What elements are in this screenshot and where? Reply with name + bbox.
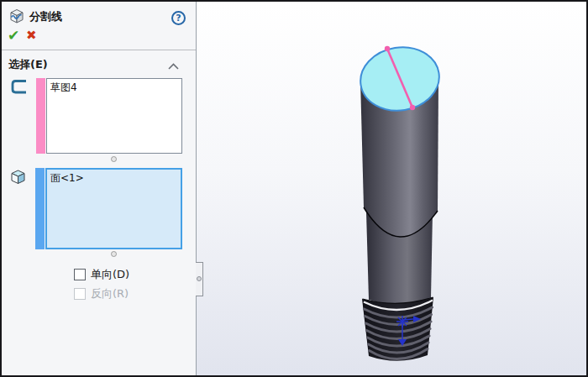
help-icon[interactable]: ? [171, 11, 186, 25]
open-contour-icon [9, 77, 28, 96]
single-direction-checkbox[interactable] [74, 269, 86, 280]
listbox-resize-handle[interactable] [111, 156, 117, 162]
sketch-selection-listbox[interactable]: 草图4 [46, 78, 182, 154]
list-item[interactable]: 草图4 [50, 81, 178, 95]
page-title: 分割线 [29, 9, 62, 24]
reverse-direction-checkbox [74, 288, 86, 300]
threaded-section[interactable] [362, 297, 433, 361]
graphics-viewport[interactable] [197, 2, 586, 375]
single-direction-option[interactable]: 单向(D) [74, 268, 129, 281]
property-manager-panel: 分割线 ? ✔ ✖ 选择(E) 草图4 面<1> [2, 2, 197, 375]
face-selection-color-bar [35, 168, 45, 249]
solidworks-split-line-dialog: 分割线 ? ✔ ✖ 选择(E) 草图4 面<1> [0, 0, 588, 377]
sketch-selection-color-bar [36, 78, 45, 154]
list-item[interactable]: 面<1> [50, 171, 177, 186]
chevron-up-icon[interactable] [168, 63, 179, 71]
sketch-endpoint[interactable] [385, 46, 390, 51]
checkbox-label: 反向(R) [91, 286, 129, 301]
part-model[interactable] [197, 2, 586, 375]
sketch-endpoint[interactable] [410, 105, 415, 110]
checkbox-label: 单向(D) [91, 267, 129, 282]
cancel-button[interactable]: ✖ [26, 28, 37, 43]
split-line-icon [8, 8, 25, 24]
divider [2, 50, 196, 50]
splitter-dot-icon [197, 276, 202, 281]
listbox-resize-handle[interactable] [111, 251, 117, 257]
cube-face-icon [8, 167, 28, 186]
face-selection-listbox[interactable]: 面<1> [45, 168, 182, 249]
selection-section-label: 选择(E) [8, 57, 48, 72]
panel-splitter-handle[interactable] [196, 262, 203, 296]
ok-button[interactable]: ✔ [8, 27, 19, 44]
reverse-direction-option: 反向(R) [74, 287, 129, 301]
